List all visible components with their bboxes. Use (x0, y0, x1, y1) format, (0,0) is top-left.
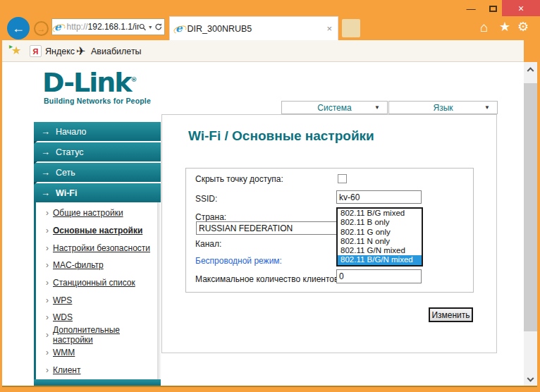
ie-icon: e (54, 22, 61, 32)
apply-button[interactable]: Изменить (429, 307, 473, 322)
maximize-icon (489, 6, 497, 12)
submenu-item-mac-filter[interactable]: ›MAC-фильтр (36, 257, 159, 274)
system-menu-button[interactable]: Система▼ (281, 101, 388, 114)
scrollbar-thumb[interactable] (524, 83, 537, 331)
submenu-item-common[interactable]: ›Общие настройки (36, 204, 159, 222)
sidebar-shadow (157, 202, 161, 379)
chevron-right-icon: › (46, 330, 49, 340)
chevron-right-icon: › (46, 260, 49, 270)
submenu-link[interactable]: WMM (53, 348, 75, 357)
submenu-link[interactable]: WPS (53, 295, 72, 305)
search-icon[interactable] (139, 23, 147, 32)
address-bar[interactable]: e http://192.168.1.1/index ▼ (51, 18, 165, 35)
chevron-down-icon: ▼ (484, 104, 490, 111)
dropdown-option-selected[interactable]: 802.11 B/G/N mixed (338, 255, 422, 264)
dropdown-option[interactable]: 802.11 G/N mixed (338, 246, 422, 255)
submenu-link[interactable]: MAC-фильтр (53, 260, 104, 270)
chevron-right-icon: › (46, 278, 49, 288)
chevron-right-icon: › (46, 365, 49, 375)
wifi-submenu: ›Общие настройки ›Основные настройки ›На… (34, 202, 159, 379)
submenu-item-advanced[interactable]: ›Дополнительные настройки (36, 326, 159, 344)
chevron-right-icon: › (46, 295, 49, 305)
browser-tab[interactable]: e DIR_300NRUB5 × (169, 16, 338, 40)
submenu-item-station-list[interactable]: ›Станционный список (36, 274, 159, 292)
max-clients-label: Максимальное количество клиентов: (195, 274, 341, 284)
sidebar-label: Wi-Fi (56, 188, 77, 198)
sidebar-item-home[interactable]: →Начало (34, 122, 161, 141)
maximize-button[interactable] (484, 1, 501, 16)
scroll-down-button[interactable] (524, 374, 537, 386)
window-bottom-edge (2, 386, 537, 387)
submenu-item-wds[interactable]: ›WDS (36, 309, 159, 326)
new-tab-button[interactable] (342, 19, 360, 37)
dropdown-option[interactable]: 802.11 G only (338, 228, 422, 237)
submenu-link[interactable]: Дополнительные настройки (53, 325, 159, 345)
favorites-star-icon[interactable]: ★ (499, 20, 510, 33)
system-menu-label: Система (317, 103, 351, 113)
chevron-right-icon: › (46, 348, 49, 357)
language-menu-label: Язык (433, 103, 453, 113)
url-protocol: http:// (67, 22, 88, 32)
ssid-input[interactable] (336, 190, 422, 204)
submenu-item-basic[interactable]: ›Основные настройки (36, 222, 159, 240)
dlink-tagline: Building Networks for People (44, 97, 151, 105)
minimize-button[interactable]: — (462, 1, 479, 16)
sidebar-item-status[interactable]: →Статус (34, 142, 161, 161)
chevron-right-icon: › (46, 208, 49, 218)
arrow-icon: → (41, 126, 50, 137)
vertical-scrollbar[interactable] (524, 62, 537, 386)
favorite-airtickets[interactable]: Авиабилеты (91, 47, 142, 56)
chevron-right-icon: › (46, 312, 49, 322)
chevron-down-icon (527, 374, 534, 381)
page-title: Wi-Fi / Основные настройки (188, 128, 374, 144)
chevron-right-icon: › (46, 243, 49, 253)
chevron-down-icon: ▼ (374, 104, 380, 111)
wireless-mode-label: Беспроводной режим: (195, 256, 282, 266)
refresh-icon[interactable] (154, 22, 162, 32)
yandex-icon[interactable]: Я (30, 45, 42, 57)
submenu-link[interactable]: Общие настройки (53, 208, 123, 218)
dlink-logo: D-Link® (42, 69, 137, 96)
dropdown-option[interactable]: 802.11 B only (338, 218, 422, 227)
scroll-up-button[interactable] (524, 62, 537, 75)
language-menu-button[interactable]: Язык▼ (388, 101, 498, 114)
country-label: Страна: (195, 212, 226, 222)
favorites-bar: ★ ▸ Я Яндекс ✈ Авиабилеты (2, 40, 524, 62)
home-icon[interactable]: ⌂ (480, 20, 488, 34)
forward-button[interactable]: → (34, 21, 49, 36)
submenu-link[interactable]: Настройки безопасности (53, 243, 150, 253)
max-clients-input[interactable] (336, 269, 422, 283)
dropdown-option[interactable]: 802.11 N only (338, 237, 422, 246)
back-button[interactable]: ← (7, 17, 30, 39)
submenu-link[interactable]: Клиент (53, 365, 81, 375)
settings-gear-icon[interactable]: ⚙ (517, 20, 529, 33)
ssid-label: SSID: (195, 194, 217, 204)
close-button[interactable]: × (502, 0, 540, 16)
submenu-item-wps[interactable]: ›WPS (36, 291, 159, 309)
submenu-item-wmm[interactable]: ›WMM (36, 344, 159, 362)
add-favorite-icon[interactable]: ★ (11, 44, 21, 57)
airplane-icon[interactable]: ✈ (76, 44, 85, 58)
arrow-icon: → (41, 188, 50, 198)
sidebar-item-network[interactable]: →Сеть (34, 163, 161, 182)
chevron-right-icon: › (46, 226, 49, 235)
add-favorite-arrow-icon: ▸ (9, 42, 13, 50)
tab-ie-icon: e (176, 23, 183, 34)
submenu-link[interactable]: WDS (53, 312, 73, 322)
submenu-link[interactable]: Станционный список (53, 278, 135, 288)
url-text[interactable]: http://192.168.1.1/index (67, 22, 139, 32)
favorite-yandex[interactable]: Яндекс (45, 47, 75, 56)
submenu-link[interactable]: Основные настройки (53, 226, 142, 235)
sidebar-item-wifi[interactable]: →Wi-Fi (34, 183, 161, 202)
chevron-up-icon (527, 67, 534, 74)
address-dropdown-icon[interactable]: ▼ (148, 25, 153, 30)
submenu-item-security[interactable]: ›Настройки безопасности (36, 239, 159, 257)
hide-ap-checkbox[interactable] (338, 174, 347, 183)
sidebar-label: Статус (56, 147, 84, 157)
tab-close-icon[interactable]: × (326, 23, 332, 34)
submenu-item-client[interactable]: ›Клиент (36, 361, 159, 379)
hide-ap-label: Скрыть точку доступа: (195, 174, 283, 184)
dropdown-option[interactable]: 802.11 B/G mixed (338, 209, 422, 218)
wireless-mode-dropdown-list: 802.11 B/G mixed 802.11 B only 802.11 G … (336, 207, 423, 267)
tab-title: DIR_300NRUB5 (188, 24, 327, 34)
